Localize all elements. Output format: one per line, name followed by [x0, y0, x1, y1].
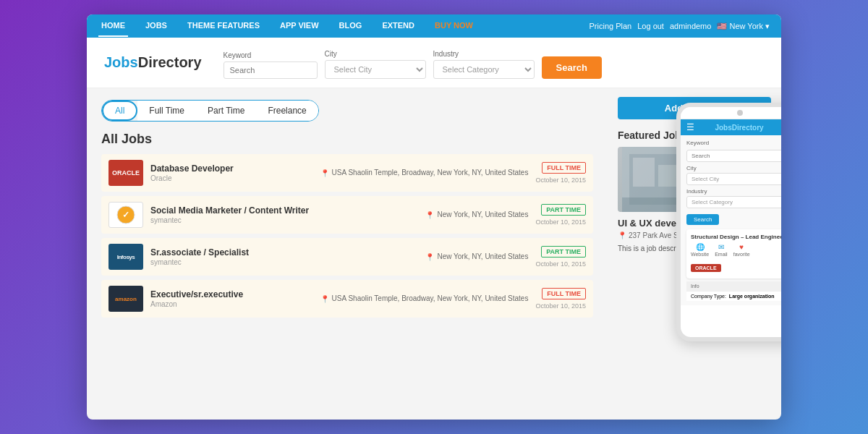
job-location: 📍 USA Shaolin Temple, Broadway, New York… — [320, 294, 529, 303]
status-badge: FULL TIME — [542, 162, 586, 174]
job-type-col: PART TIME October 10, 2015 — [535, 204, 586, 226]
address-pin-icon: 📍 — [618, 231, 626, 239]
pin-icon: 📍 — [320, 169, 329, 177]
mobile-search-button[interactable]: Search — [686, 214, 719, 225]
oracle-logo: ORACLE — [109, 160, 143, 186]
search-button[interactable]: Search — [542, 56, 602, 79]
mobile-email-action[interactable]: ✉ Email — [715, 243, 728, 257]
job-company: symantec — [150, 258, 418, 266]
table-row[interactable]: Infosys Sr.associate / Specialist symant… — [101, 238, 593, 276]
email-icon: ✉ — [718, 243, 724, 251]
tab-full-time[interactable]: Full Time — [137, 101, 196, 121]
mobile-job-actions: 🌐 Website ✉ Email ♥ favorite — [691, 243, 781, 257]
status-badge: FULL TIME — [542, 288, 586, 299]
job-info: Executive/sr.executive Amazon — [150, 289, 313, 308]
left-panel: All Full Time Part Time Freelance All Jo… — [87, 88, 608, 420]
right-panel: Add New Job Featured Job UI & UX develop… — [608, 88, 781, 420]
job-date: October 10, 2015 — [535, 260, 586, 268]
mobile-keyword-input[interactable] — [686, 150, 781, 162]
email-label: Email — [715, 252, 728, 257]
nav-home[interactable]: HOME — [98, 15, 128, 37]
tab-all[interactable]: All — [102, 101, 137, 121]
keyword-input[interactable] — [224, 61, 318, 79]
tab-part-time[interactable]: Part Time — [196, 101, 256, 121]
amazon-logo: amazon — [109, 286, 143, 312]
main-container: HOME JOBS THEME FEATURES APP VIEW BLOG E… — [87, 14, 781, 420]
mobile-job-title: Structural Design – Lead Engineer — [691, 234, 781, 240]
search-area: Keyword City Select City Industry Select… — [224, 46, 765, 79]
job-title: Database Developer — [150, 163, 313, 174]
job-location: 📍 New York, NY, United States — [425, 252, 528, 261]
status-badge: PART TIME — [541, 246, 586, 258]
pin-icon: 📍 — [425, 211, 434, 219]
location-selector[interactable]: 🇺🇸 New York ▾ — [717, 22, 770, 31]
nav-theme-features[interactable]: THEME FEATURES — [184, 15, 263, 37]
job-type-col: PART TIME October 10, 2015 — [535, 246, 586, 268]
nav-links: HOME JOBS THEME FEATURES APP VIEW BLOG E… — [98, 15, 476, 37]
industry-select[interactable]: Select Category — [433, 60, 535, 79]
logout-link[interactable]: Log out — [637, 22, 664, 30]
pricing-plan-link[interactable]: Pricing Plan — [590, 22, 632, 30]
status-badge: PART TIME — [541, 204, 586, 216]
job-date: October 10, 2015 — [535, 176, 586, 184]
mobile-body: Keyword City Select City▾ Industry Selec… — [681, 135, 781, 305]
nav-blog[interactable]: BLOG — [336, 15, 365, 37]
mobile-top-bar — [681, 107, 781, 119]
pin-icon: 📍 — [425, 253, 434, 261]
company-type-label: Company Type: — [691, 294, 726, 299]
mobile-header: ☰ JobsDirectory 📍 — [681, 119, 781, 135]
keyword-group: Keyword — [224, 51, 318, 79]
website-label: Website — [691, 252, 709, 257]
header: JobsDirectory Keyword City Select City I… — [87, 38, 781, 88]
table-row[interactable]: amazon Executive/sr.executive Amazon 📍 U… — [101, 280, 593, 318]
favorite-icon: ♥ — [739, 243, 744, 251]
svg-text:✓: ✓ — [122, 210, 129, 220]
job-type-col: FULL TIME October 10, 2015 — [535, 288, 586, 310]
svg-rect-5 — [633, 158, 655, 187]
nav-extend[interactable]: EXTEND — [379, 15, 417, 37]
mobile-industry-label: Industry — [686, 188, 781, 195]
city-label: City — [325, 50, 426, 58]
content-area: All Full Time Part Time Freelance All Jo… — [87, 88, 781, 420]
hamburger-icon: ☰ — [686, 122, 694, 132]
job-info: Social Media Marketer / Content Writer s… — [150, 205, 418, 224]
pin-icon: 📍 — [320, 295, 329, 303]
mobile-mockup: ☰ JobsDirectory 📍 Keyword City Select Ci… — [676, 103, 781, 341]
tab-freelance[interactable]: Freelance — [256, 101, 318, 121]
nav-buy-now[interactable]: BUY NOW — [432, 15, 476, 37]
favorite-label: favorite — [733, 252, 750, 257]
mobile-job-card: Structural Design – Lead Engineer 🌐 Webs… — [686, 229, 781, 278]
table-row[interactable]: ORACLE Database Developer Oracle 📍 USA S… — [101, 154, 593, 192]
mobile-info-label: Info — [691, 284, 699, 289]
mobile-city-label: City — [686, 165, 781, 171]
mobile-favorite-action[interactable]: ♥ favorite — [733, 243, 750, 257]
mobile-keyword-label: Keyword — [686, 140, 781, 146]
top-nav: HOME JOBS THEME FEATURES APP VIEW BLOG E… — [87, 14, 781, 38]
user-name: admindemo — [670, 22, 711, 30]
nav-app-view[interactable]: APP VIEW — [277, 15, 322, 37]
job-type-col: FULL TIME October 10, 2015 — [535, 162, 586, 184]
job-company: Oracle — [150, 174, 313, 182]
city-group: City Select City — [325, 50, 426, 79]
mobile-logo: JobsDirectory — [715, 124, 763, 132]
table-row[interactable]: ✓ Social Media Marketer / Content Writer… — [101, 196, 593, 234]
job-title: Sr.associate / Specialist — [150, 247, 418, 258]
job-type-tabs: All Full Time Part Time Freelance — [101, 100, 319, 122]
job-list: ORACLE Database Developer Oracle 📍 USA S… — [101, 154, 593, 318]
mobile-industry-select[interactable]: Select Category▾ — [686, 196, 781, 208]
city-select[interactable]: Select City — [325, 60, 426, 79]
job-company: Amazon — [150, 300, 313, 308]
job-date: October 10, 2015 — [535, 218, 586, 226]
industry-group: Industry Select Category — [433, 50, 535, 79]
mobile-info-bar: Info − — [686, 281, 781, 291]
job-location: 📍 USA Shaolin Temple, Broadway, New York… — [320, 169, 529, 177]
job-location: 📍 New York, NY, United States — [425, 210, 528, 219]
mobile-company-type-row: Company Type: Large organization — [686, 291, 781, 301]
job-date: October 10, 2015 — [535, 302, 586, 310]
nav-jobs[interactable]: JOBS — [142, 15, 170, 37]
nav-right: Pricing Plan Log out admindemo 🇺🇸 New Yo… — [590, 22, 770, 31]
mobile-city-select[interactable]: Select City▾ — [686, 173, 781, 185]
all-jobs-title: All Jobs — [101, 132, 593, 147]
mobile-website-action[interactable]: 🌐 Website — [691, 243, 709, 257]
job-info: Database Developer Oracle — [150, 163, 313, 182]
